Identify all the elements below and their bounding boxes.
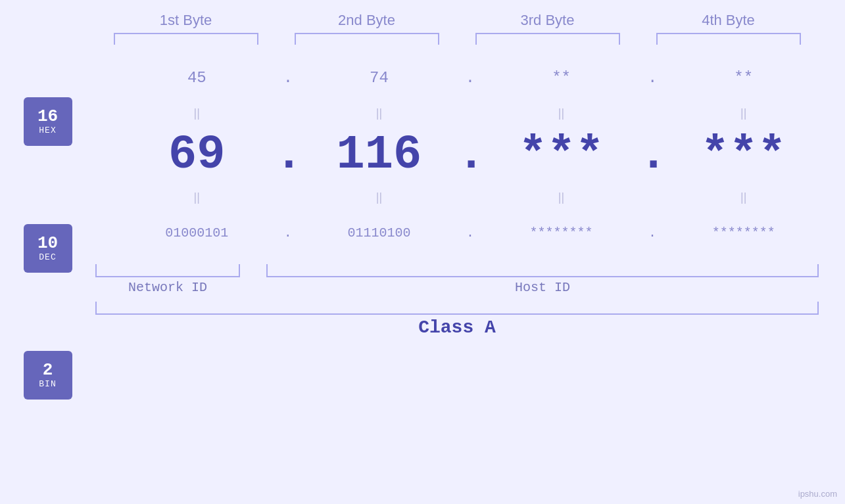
hex-b1: 45 xyxy=(124,69,269,87)
hex-b2: 74 xyxy=(306,69,451,87)
bin-dot3: . xyxy=(639,225,665,241)
sep-row-1: || || || || xyxy=(95,104,845,122)
dec-dot3: . xyxy=(639,128,665,182)
sep-row-2: || || || || xyxy=(95,188,845,206)
sep2-b3: || xyxy=(489,191,634,204)
bin-row: 01000101 . 01110100 . ******** . *******… xyxy=(95,206,845,259)
top-brackets xyxy=(95,33,845,45)
hex-dot3: . xyxy=(639,69,665,87)
sep1-b3: || xyxy=(489,106,634,120)
bin-dot2: . xyxy=(457,225,483,241)
dec-badge: 10 DEC xyxy=(24,224,72,273)
byte4-header: 4th Byte xyxy=(640,12,817,29)
bin-b4: ******** xyxy=(671,225,816,241)
byte3-header: 3rd Byte xyxy=(459,12,637,29)
sep2-b1: || xyxy=(124,191,269,204)
sep2-b2: || xyxy=(306,191,451,204)
hex-b4: ** xyxy=(671,69,816,87)
host-id-label: Host ID xyxy=(266,280,819,295)
bracket-b2 xyxy=(295,33,439,45)
hex-dot1: . xyxy=(275,69,301,87)
class-label: Class A xyxy=(95,317,819,338)
hex-badge-num: 16 xyxy=(37,107,58,126)
class-bracket xyxy=(95,302,819,315)
bracket-b3 xyxy=(475,33,620,45)
class-bracket-container: Class A xyxy=(95,302,819,338)
bin-badge-num: 2 xyxy=(43,361,53,380)
dec-b2: 116 xyxy=(306,128,451,182)
main-container: 1st Byte 2nd Byte 3rd Byte 4th Byte 16 H… xyxy=(0,0,845,504)
bin-badge-label: BIN xyxy=(39,379,56,389)
watermark: ipshu.com xyxy=(798,489,837,499)
dec-row: 69 . 116 . *** . *** xyxy=(95,122,845,188)
sep1-b4: || xyxy=(671,106,816,120)
bracket-b1 xyxy=(114,33,258,45)
dec-dot1: . xyxy=(275,128,301,182)
bin-badge: 2 BIN xyxy=(24,351,72,400)
sep1-b2: || xyxy=(306,106,451,120)
network-bracket xyxy=(95,264,240,277)
dec-b4: *** xyxy=(671,128,816,182)
label-spacer xyxy=(240,280,266,295)
dec-b1: 69 xyxy=(124,128,269,182)
dec-badge-label: DEC xyxy=(39,252,56,262)
dec-dot2: . xyxy=(457,128,483,182)
data-section: 45 . 74 . ** . ** || || || || 69 xyxy=(95,51,845,504)
bin-b3: ******** xyxy=(489,225,634,241)
host-bracket xyxy=(266,264,819,277)
badges-column: 16 HEX 10 DEC 2 BIN xyxy=(0,51,95,504)
hex-dot2: . xyxy=(457,69,483,87)
dec-b3: *** xyxy=(489,128,634,182)
hex-row: 45 . 74 . ** . ** xyxy=(95,51,845,104)
network-id-label: Network ID xyxy=(95,280,240,295)
byte2-header: 2nd Byte xyxy=(278,12,456,29)
bin-b1: 01000101 xyxy=(124,225,269,241)
dec-badge-num: 10 xyxy=(37,234,58,253)
sep1-b1: || xyxy=(124,106,269,120)
main-grid: 16 HEX 10 DEC 2 BIN 45 . 74 . ** . ** xyxy=(0,51,845,504)
bracket-b4 xyxy=(656,33,801,45)
byte-headers-row: 1st Byte 2nd Byte 3rd Byte 4th Byte xyxy=(95,12,845,29)
byte1-header: 1st Byte xyxy=(97,12,275,29)
hex-badge: 16 HEX xyxy=(24,97,72,146)
network-host-labels: Network ID Host ID xyxy=(95,280,819,295)
hex-b3: ** xyxy=(489,69,634,87)
bin-b2: 01110100 xyxy=(306,225,451,241)
network-host-bracket-row xyxy=(95,264,819,277)
bin-dot1: . xyxy=(275,225,301,241)
sep2-b4: || xyxy=(671,191,816,204)
hex-badge-label: HEX xyxy=(39,126,56,135)
